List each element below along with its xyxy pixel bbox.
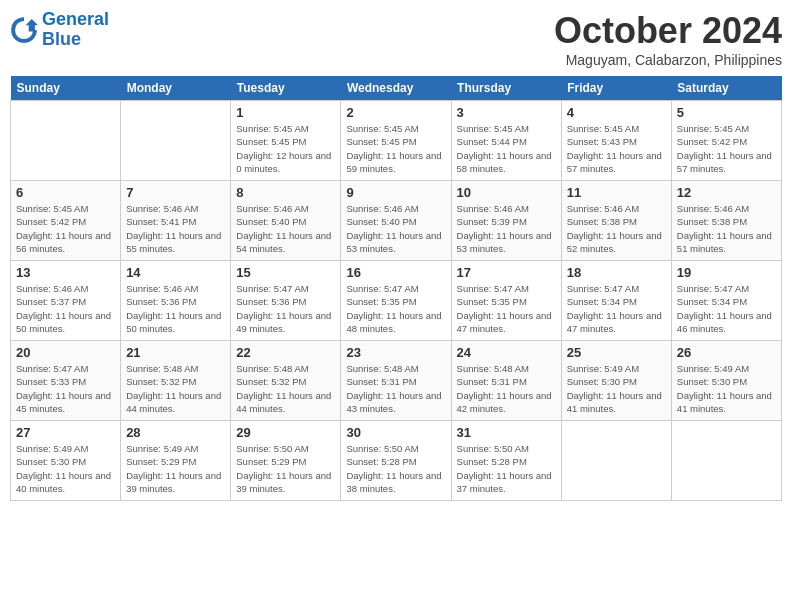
day-number: 22 <box>236 345 335 360</box>
title-area: October 2024 Maguyam, Calabarzon, Philip… <box>554 10 782 68</box>
day-header-saturday: Saturday <box>671 76 781 101</box>
day-detail: Sunrise: 5:47 AMSunset: 5:35 PMDaylight:… <box>346 282 445 335</box>
calendar-cell <box>11 101 121 181</box>
day-number: 29 <box>236 425 335 440</box>
day-number: 8 <box>236 185 335 200</box>
day-header-friday: Friday <box>561 76 671 101</box>
calendar-cell: 16Sunrise: 5:47 AMSunset: 5:35 PMDayligh… <box>341 261 451 341</box>
day-detail: Sunrise: 5:48 AMSunset: 5:31 PMDaylight:… <box>457 362 556 415</box>
week-row-3: 13Sunrise: 5:46 AMSunset: 5:37 PMDayligh… <box>11 261 782 341</box>
calendar-cell: 18Sunrise: 5:47 AMSunset: 5:34 PMDayligh… <box>561 261 671 341</box>
day-detail: Sunrise: 5:48 AMSunset: 5:31 PMDaylight:… <box>346 362 445 415</box>
day-detail: Sunrise: 5:50 AMSunset: 5:28 PMDaylight:… <box>346 442 445 495</box>
calendar-cell: 29Sunrise: 5:50 AMSunset: 5:29 PMDayligh… <box>231 421 341 501</box>
day-detail: Sunrise: 5:49 AMSunset: 5:30 PMDaylight:… <box>16 442 115 495</box>
day-header-thursday: Thursday <box>451 76 561 101</box>
day-number: 11 <box>567 185 666 200</box>
day-detail: Sunrise: 5:48 AMSunset: 5:32 PMDaylight:… <box>236 362 335 415</box>
calendar-cell: 7Sunrise: 5:46 AMSunset: 5:41 PMDaylight… <box>121 181 231 261</box>
calendar-cell: 22Sunrise: 5:48 AMSunset: 5:32 PMDayligh… <box>231 341 341 421</box>
day-number: 12 <box>677 185 776 200</box>
day-detail: Sunrise: 5:46 AMSunset: 5:39 PMDaylight:… <box>457 202 556 255</box>
calendar-cell: 27Sunrise: 5:49 AMSunset: 5:30 PMDayligh… <box>11 421 121 501</box>
logo-text: General Blue <box>42 10 109 50</box>
day-number: 31 <box>457 425 556 440</box>
logo-line1: General <box>42 9 109 29</box>
day-header-tuesday: Tuesday <box>231 76 341 101</box>
logo-line2: Blue <box>42 29 81 49</box>
calendar-cell: 5Sunrise: 5:45 AMSunset: 5:42 PMDaylight… <box>671 101 781 181</box>
day-number: 6 <box>16 185 115 200</box>
calendar-cell: 2Sunrise: 5:45 AMSunset: 5:45 PMDaylight… <box>341 101 451 181</box>
day-detail: Sunrise: 5:45 AMSunset: 5:42 PMDaylight:… <box>677 122 776 175</box>
calendar-cell: 30Sunrise: 5:50 AMSunset: 5:28 PMDayligh… <box>341 421 451 501</box>
day-number: 15 <box>236 265 335 280</box>
calendar-cell: 8Sunrise: 5:46 AMSunset: 5:40 PMDaylight… <box>231 181 341 261</box>
week-row-2: 6Sunrise: 5:45 AMSunset: 5:42 PMDaylight… <box>11 181 782 261</box>
day-number: 26 <box>677 345 776 360</box>
day-number: 9 <box>346 185 445 200</box>
day-detail: Sunrise: 5:45 AMSunset: 5:45 PMDaylight:… <box>236 122 335 175</box>
calendar-cell: 6Sunrise: 5:45 AMSunset: 5:42 PMDaylight… <box>11 181 121 261</box>
day-detail: Sunrise: 5:49 AMSunset: 5:29 PMDaylight:… <box>126 442 225 495</box>
day-detail: Sunrise: 5:46 AMSunset: 5:41 PMDaylight:… <box>126 202 225 255</box>
page-header: General Blue October 2024 Maguyam, Calab… <box>10 10 782 68</box>
day-detail: Sunrise: 5:46 AMSunset: 5:37 PMDaylight:… <box>16 282 115 335</box>
day-detail: Sunrise: 5:46 AMSunset: 5:38 PMDaylight:… <box>677 202 776 255</box>
calendar-cell: 28Sunrise: 5:49 AMSunset: 5:29 PMDayligh… <box>121 421 231 501</box>
calendar-cell: 12Sunrise: 5:46 AMSunset: 5:38 PMDayligh… <box>671 181 781 261</box>
day-number: 2 <box>346 105 445 120</box>
calendar-cell: 19Sunrise: 5:47 AMSunset: 5:34 PMDayligh… <box>671 261 781 341</box>
calendar-cell: 9Sunrise: 5:46 AMSunset: 5:40 PMDaylight… <box>341 181 451 261</box>
day-number: 19 <box>677 265 776 280</box>
day-detail: Sunrise: 5:47 AMSunset: 5:35 PMDaylight:… <box>457 282 556 335</box>
logo: General Blue <box>10 10 109 50</box>
day-number: 4 <box>567 105 666 120</box>
location-title: Maguyam, Calabarzon, Philippines <box>554 52 782 68</box>
day-number: 27 <box>16 425 115 440</box>
calendar-cell: 20Sunrise: 5:47 AMSunset: 5:33 PMDayligh… <box>11 341 121 421</box>
day-number: 7 <box>126 185 225 200</box>
month-title: October 2024 <box>554 10 782 52</box>
day-header-monday: Monday <box>121 76 231 101</box>
day-number: 3 <box>457 105 556 120</box>
day-number: 20 <box>16 345 115 360</box>
day-number: 17 <box>457 265 556 280</box>
calendar-cell: 13Sunrise: 5:46 AMSunset: 5:37 PMDayligh… <box>11 261 121 341</box>
calendar-cell: 23Sunrise: 5:48 AMSunset: 5:31 PMDayligh… <box>341 341 451 421</box>
day-detail: Sunrise: 5:46 AMSunset: 5:40 PMDaylight:… <box>346 202 445 255</box>
calendar-cell: 21Sunrise: 5:48 AMSunset: 5:32 PMDayligh… <box>121 341 231 421</box>
day-number: 1 <box>236 105 335 120</box>
day-detail: Sunrise: 5:47 AMSunset: 5:34 PMDaylight:… <box>677 282 776 335</box>
calendar-cell <box>561 421 671 501</box>
calendar-cell: 10Sunrise: 5:46 AMSunset: 5:39 PMDayligh… <box>451 181 561 261</box>
day-detail: Sunrise: 5:47 AMSunset: 5:36 PMDaylight:… <box>236 282 335 335</box>
day-number: 13 <box>16 265 115 280</box>
calendar-cell: 15Sunrise: 5:47 AMSunset: 5:36 PMDayligh… <box>231 261 341 341</box>
calendar-cell: 31Sunrise: 5:50 AMSunset: 5:28 PMDayligh… <box>451 421 561 501</box>
calendar-cell: 3Sunrise: 5:45 AMSunset: 5:44 PMDaylight… <box>451 101 561 181</box>
day-number: 30 <box>346 425 445 440</box>
day-header-row: SundayMondayTuesdayWednesdayThursdayFrid… <box>11 76 782 101</box>
day-number: 18 <box>567 265 666 280</box>
day-number: 24 <box>457 345 556 360</box>
week-row-5: 27Sunrise: 5:49 AMSunset: 5:30 PMDayligh… <box>11 421 782 501</box>
day-number: 28 <box>126 425 225 440</box>
day-detail: Sunrise: 5:48 AMSunset: 5:32 PMDaylight:… <box>126 362 225 415</box>
day-number: 10 <box>457 185 556 200</box>
day-number: 25 <box>567 345 666 360</box>
day-number: 16 <box>346 265 445 280</box>
calendar-cell <box>121 101 231 181</box>
week-row-4: 20Sunrise: 5:47 AMSunset: 5:33 PMDayligh… <box>11 341 782 421</box>
day-detail: Sunrise: 5:45 AMSunset: 5:43 PMDaylight:… <box>567 122 666 175</box>
week-row-1: 1Sunrise: 5:45 AMSunset: 5:45 PMDaylight… <box>11 101 782 181</box>
day-header-sunday: Sunday <box>11 76 121 101</box>
calendar-cell <box>671 421 781 501</box>
calendar-cell: 24Sunrise: 5:48 AMSunset: 5:31 PMDayligh… <box>451 341 561 421</box>
calendar-cell: 17Sunrise: 5:47 AMSunset: 5:35 PMDayligh… <box>451 261 561 341</box>
day-number: 5 <box>677 105 776 120</box>
calendar-table: SundayMondayTuesdayWednesdayThursdayFrid… <box>10 76 782 501</box>
svg-marker-0 <box>26 19 38 31</box>
day-detail: Sunrise: 5:45 AMSunset: 5:42 PMDaylight:… <box>16 202 115 255</box>
calendar-cell: 14Sunrise: 5:46 AMSunset: 5:36 PMDayligh… <box>121 261 231 341</box>
